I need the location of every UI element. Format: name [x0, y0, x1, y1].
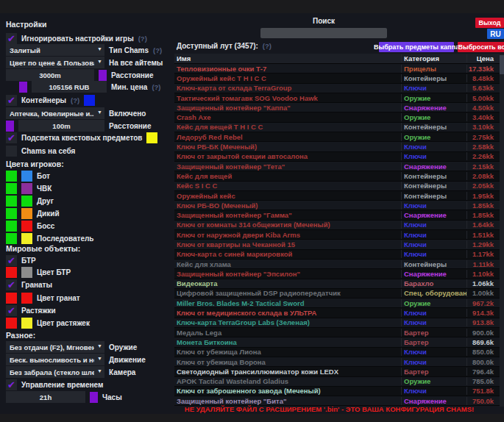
ignore-game-settings-checkbox[interactable]	[6, 33, 17, 44]
player-color-swatch-2[interactable]	[21, 183, 32, 194]
column-header-category[interactable]: Категория	[402, 54, 467, 62]
container-distance-color-swatch[interactable]	[6, 121, 14, 132]
color-mode-select[interactable]: Цвет по цене & Пользователь	[6, 57, 104, 68]
grenade-color-swatch-2[interactable]	[21, 293, 32, 304]
item-price: 1.85kk	[467, 201, 500, 210]
containers-color-swatch[interactable]	[84, 95, 95, 106]
column-header-price[interactable]: Цена	[467, 54, 500, 62]
grenades-label: Гранаты	[21, 281, 52, 289]
table-row[interactable]: Ключ от убежища ВоронаКлючи800.0k	[174, 357, 500, 367]
table-row[interactable]: Ключ-карта от склада TerraGroupКлючи5.63…	[174, 84, 500, 93]
chams-self-checkbox[interactable]	[6, 146, 17, 157]
btr-color-swatch-1[interactable]	[6, 267, 17, 278]
min-price-label: Мин. цена	[111, 83, 147, 91]
player-color-swatch-1[interactable]	[6, 183, 17, 194]
table-row[interactable]: Кейс для вещейКонтейнеры2.08kk	[174, 171, 500, 181]
language-button[interactable]: RU	[487, 29, 504, 39]
quest-highlight-checkbox[interactable]	[6, 132, 17, 143]
table-row[interactable]: Ключ-карта с синей маркировкойКлючи1.17k…	[174, 250, 500, 260]
select-kappa-items-button[interactable]: Выбрать предметы каппа	[379, 42, 454, 52]
exit-button[interactable]: Выход	[475, 18, 504, 28]
table-row[interactable]: ВидеокартаБарахло1.06kk	[174, 279, 500, 289]
player-color-swatch-2[interactable]	[21, 208, 32, 219]
table-row[interactable]: Ключ от убежища ЛионаКлючи850.0k	[174, 348, 500, 357]
player-color-swatch-1[interactable]	[6, 221, 17, 232]
table-row[interactable]: Медаль LegaБартер900.0k	[174, 328, 500, 337]
container-distance-input[interactable]	[18, 120, 104, 132]
movement-select[interactable]: Беск. выносливость и нет уста	[6, 354, 104, 365]
container-filter-select[interactable]: Аптечка, Ювелирные и...	[6, 107, 104, 119]
time-control-checkbox[interactable]	[6, 379, 17, 390]
player-color-swatch-1[interactable]	[6, 196, 17, 207]
help-hint[interactable]: (?)	[263, 42, 271, 50]
help-hint[interactable]: (?)	[138, 35, 147, 43]
table-row[interactable]: Кейс для хламаКонтейнеры1.11kk	[174, 260, 500, 269]
loot-table-scrollbar[interactable]	[500, 54, 504, 407]
help-hint[interactable]: (?)	[71, 96, 79, 104]
distance-color-swatch[interactable]	[99, 70, 107, 81]
help-hint[interactable]: (?)	[152, 83, 160, 91]
table-row[interactable]: Тактический томагавк SOG Voodoo HawkОруж…	[174, 93, 500, 103]
item-name: Miller Bros. Blades M-2 Tactical Sword	[174, 299, 402, 307]
table-row[interactable]: Кейс S I C CКонтейнеры2.05kk	[174, 182, 500, 191]
containers-checkbox[interactable]	[6, 95, 17, 106]
table-row[interactable]: Crash AxeОружие3.40kk	[174, 112, 500, 122]
table-row[interactable]: Ключ-карта TerraGroup Labs (Зеленая)Ключ…	[174, 318, 500, 328]
table-row[interactable]: Ключ от закрытой секции автосалонаКлючи2…	[174, 152, 500, 162]
table-row[interactable]: Ключ от наружной двери Kiba ArmsКлючи1.5…	[174, 230, 500, 240]
table-row[interactable]: Ключ от комнаты 314 общежития (Меченый)К…	[174, 221, 500, 230]
hours-color-swatch[interactable]	[90, 392, 98, 403]
table-row[interactable]: Тепловизионные очки Т-7Прицелы17.33kk	[174, 64, 500, 74]
grenade-color-swatch-1[interactable]	[6, 293, 17, 304]
table-row[interactable]: APOK Tactical Wasteland GladiusОружие785…	[174, 377, 500, 387]
tripwires-checkbox[interactable]	[6, 305, 17, 316]
item-category: Прицелы	[402, 65, 467, 73]
item-price: 2.58kk	[467, 143, 500, 151]
drop-all-button[interactable]: Выбросить все	[458, 42, 504, 52]
scrollbar-thumb[interactable]	[500, 55, 504, 74]
grenades-checkbox[interactable]	[6, 279, 17, 290]
table-row[interactable]: Защищенный контейнер "Гамма"Снаряжение1.…	[174, 210, 500, 220]
min-price-input[interactable]	[32, 81, 107, 93]
player-color-swatch-1[interactable]	[6, 171, 17, 182]
table-row[interactable]: Цифровой защищенный DSP радиопередатчикС…	[174, 289, 500, 298]
table-row[interactable]: Защищенный контейнер "Тета"Снаряжение2.1…	[174, 162, 500, 171]
container-distance-label: Расстояние	[109, 122, 152, 130]
table-row[interactable]: Защищенный контейнер "Каппа"Снаряжение4.…	[174, 103, 500, 112]
table-row[interactable]: Ключ от квартиры на Чеканной 15Ключи1.29…	[174, 240, 500, 249]
table-row[interactable]: Оружейный кейсКонтейнеры1.95kk	[174, 191, 500, 201]
movement-label: Движение	[109, 356, 146, 364]
column-header-name[interactable]: Имя	[174, 54, 402, 62]
btr-color-swatch-2[interactable]	[21, 267, 32, 278]
table-row[interactable]: Светодиодный трансиллюминатор кожи LEDXБ…	[174, 367, 500, 376]
player-color-swatch-2[interactable]	[21, 196, 32, 207]
loot-table-header: Имя Категория Цена	[174, 54, 500, 64]
hours-input[interactable]	[6, 391, 85, 403]
table-row[interactable]: Ключ РБ-БК (Меченый)Ключи2.58kk	[174, 142, 500, 151]
player-color-swatch-1[interactable]	[6, 208, 17, 219]
search-input[interactable]	[260, 28, 387, 38]
weapon-select[interactable]: Без отдачи (F2), Мгновенное п	[6, 341, 104, 353]
table-row[interactable]: Ключ от заброшенного завода (Меченый)Клю…	[174, 387, 500, 396]
camera-select[interactable]: Без забрала (стекло шлема)	[6, 366, 104, 378]
item-category: Оружие	[402, 113, 467, 121]
table-row[interactable]: Защищенный контейнер "Эпсилон"Снаряжение…	[174, 269, 500, 279]
table-row[interactable]: Miller Bros. Blades M-2 Tactical SwordОр…	[174, 298, 500, 308]
player-color-label: Дикий	[37, 210, 60, 218]
chams-type-select[interactable]: Залитый	[6, 44, 104, 56]
distance-input[interactable]	[6, 69, 94, 81]
table-row[interactable]: Ледоруб Red RebelОружие2.75kk	[174, 132, 500, 142]
player-color-swatch-2[interactable]	[21, 221, 32, 232]
btr-checkbox[interactable]	[6, 255, 17, 266]
table-row[interactable]: Ключ от медицинского склада в УЛЬТРАКлюч…	[174, 308, 500, 318]
player-color-swatch-2[interactable]	[21, 171, 32, 182]
table-row[interactable]: Ключ РБ-ВО (Меченый)Ключи1.85kk	[174, 201, 500, 210]
min-price-color-swatch[interactable]	[19, 82, 27, 93]
quest-highlight-color-swatch[interactable]	[146, 132, 157, 143]
tripwire-color-swatch-2[interactable]	[21, 318, 32, 329]
tripwire-color-swatch-1[interactable]	[6, 318, 17, 329]
help-hint[interactable]: (?)	[153, 46, 162, 54]
table-row[interactable]: Кейс для вещей T H I C CКонтейнеры3.10kk	[174, 123, 500, 132]
table-row[interactable]: Монета БиткоинаБартер869.6k	[174, 337, 500, 347]
table-row[interactable]: Оружейный кейс T H I C CКонтейнеры8.48kk	[174, 74, 500, 83]
